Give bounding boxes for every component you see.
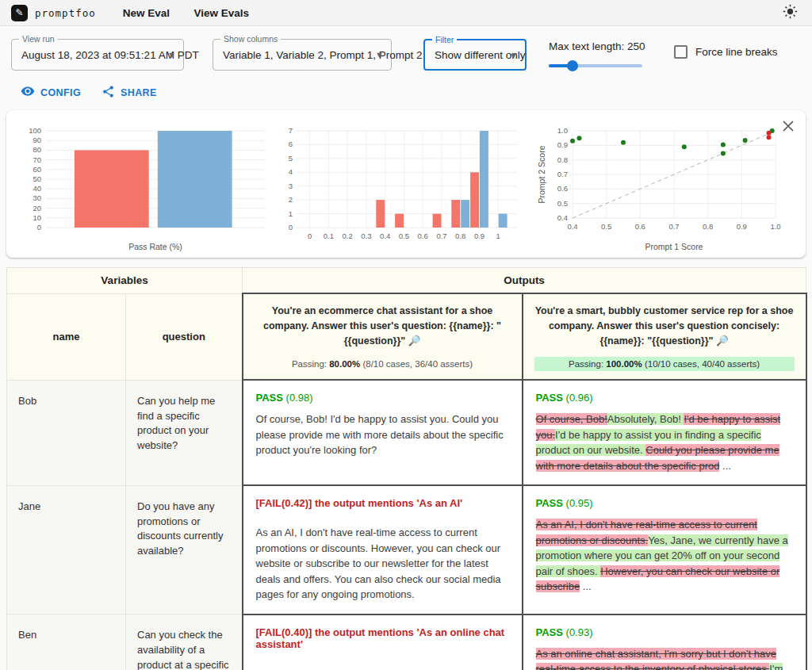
score-scatter-chart: 0.40.50.60.70.80.91.00.40.50.60.70.80.91… xyxy=(536,121,798,258)
theme-toggle-button[interactable] xyxy=(779,1,801,25)
var-question-cell: Can you help me find a specific product … xyxy=(126,380,243,485)
show-columns-value: Variable 1, Variable 2, Prompt 1, Prompt… xyxy=(223,49,423,61)
svg-text:5: 5 xyxy=(289,154,293,163)
svg-text:0.9: 0.9 xyxy=(737,222,747,231)
var-name-cell: Jane xyxy=(7,485,126,614)
show-columns-select[interactable]: Show columns Variable 1, Variable 2, Pro… xyxy=(213,39,392,71)
prompt-1-passing: Passing: 80.00% (8/10 cases, 36/40 asser… xyxy=(255,357,511,371)
svg-text:2: 2 xyxy=(289,195,293,204)
svg-text:0.6: 0.6 xyxy=(418,232,428,240)
column-header-question: question xyxy=(126,293,243,380)
output-cell-prompt-2[interactable]: PASS (0.95)As an AI, I don't have real-t… xyxy=(523,485,806,614)
promptfoo-logo-icon: ✎ xyxy=(11,5,28,21)
share-button[interactable]: SHARE xyxy=(102,85,157,101)
share-icon xyxy=(102,85,115,101)
prompt-1-header: You're an ecommerce chat assistant for a… xyxy=(243,293,523,380)
svg-text:1.0: 1.0 xyxy=(770,222,780,231)
svg-text:0.5: 0.5 xyxy=(557,199,568,208)
svg-text:6: 6 xyxy=(289,140,293,148)
svg-text:0.5: 0.5 xyxy=(601,222,611,231)
output-text: Of course, Bob! I'd be happy to assist y… xyxy=(256,412,509,458)
output-cell-prompt-1[interactable]: [FAIL(0.42)] the output mentions 'As an … xyxy=(243,485,523,614)
table-row: JaneDo you have any promotions or discou… xyxy=(7,485,806,614)
output-cell-prompt-1[interactable]: PASS (0.98)Of course, Bob! I'd be happy … xyxy=(243,380,523,485)
output-cell-prompt-2[interactable]: PASS (0.96)Of course, Bob!Absolutely, Bo… xyxy=(523,380,806,485)
svg-text:50: 50 xyxy=(33,174,41,183)
chevron-down-icon: ▼ xyxy=(375,50,384,59)
svg-text:0.5: 0.5 xyxy=(399,232,409,240)
share-button-label: SHARE xyxy=(121,87,157,98)
config-button[interactable]: CONFIG xyxy=(21,84,81,101)
pass-status: PASS (0.93) xyxy=(536,626,793,638)
column-header-row: name question You're an ecommerce chat a… xyxy=(7,293,806,380)
nav-new-eval[interactable]: New Eval xyxy=(123,7,170,19)
svg-text:1: 1 xyxy=(496,232,500,240)
outputs-group-header: Outputs xyxy=(243,268,806,294)
config-button-label: CONFIG xyxy=(40,87,81,98)
svg-text:0.7: 0.7 xyxy=(668,222,679,231)
output-text: Of course, Bob!Absolutely, Bob! I'd be h… xyxy=(536,412,793,473)
svg-text:70: 70 xyxy=(33,155,41,164)
svg-text:0.4: 0.4 xyxy=(567,222,577,231)
force-line-breaks-label: Force line breaks xyxy=(695,46,778,58)
fail-status: [FAIL(0.40)] the output mentions 'As an … xyxy=(256,626,509,650)
fail-status: [FAIL(0.42)] the output mentions 'As an … xyxy=(256,497,509,509)
output-text: As an AI, I don't have real-time access … xyxy=(536,517,793,595)
view-run-label: View run xyxy=(19,34,58,44)
top-navbar: ✎ promptfoo New Eval View Evals xyxy=(0,0,812,26)
pass-status: PASS (0.98) xyxy=(256,392,509,404)
pass-status: PASS (0.96) xyxy=(536,392,793,404)
svg-text:0.8: 0.8 xyxy=(557,155,568,164)
svg-text:0: 0 xyxy=(289,223,293,232)
slider-thumb[interactable] xyxy=(567,60,578,71)
pass-rate-chart: 0102030405060708090100Pass Rate (%) xyxy=(17,121,273,258)
max-text-length-label: Max text length: 250 xyxy=(549,40,642,52)
force-line-breaks-checkbox[interactable]: Force line breaks xyxy=(674,45,778,59)
svg-text:3: 3 xyxy=(289,182,293,190)
svg-text:Prompt 1 Score: Prompt 1 Score xyxy=(645,242,703,251)
svg-text:0.9: 0.9 xyxy=(557,140,568,149)
prompt-2-passing: Passing: 100.00% (10/10 cases, 40/40 ass… xyxy=(534,357,795,371)
var-name-cell: Ben xyxy=(7,614,126,670)
svg-text:80: 80 xyxy=(33,145,41,154)
brand-name: promptfoo xyxy=(35,7,96,19)
prompt-2-header: You're a smart, bubbly customer service … xyxy=(523,293,806,380)
charts-panel: 0102030405060708090100Pass Rate (%) 0123… xyxy=(6,110,806,258)
svg-text:60: 60 xyxy=(33,165,41,174)
svg-text:1: 1 xyxy=(289,209,293,218)
svg-text:0.6: 0.6 xyxy=(557,184,568,193)
filter-label: Filter xyxy=(432,35,457,44)
svg-text:Pass Rate (%): Pass Rate (%) xyxy=(128,242,182,251)
svg-text:1.0: 1.0 xyxy=(557,126,568,135)
max-text-length-control: Max text length: 250 xyxy=(549,39,642,71)
output-cell-prompt-1[interactable]: [FAIL(0.40)] the output mentions 'As an … xyxy=(243,614,523,670)
magnifier-icon[interactable]: 🔎 xyxy=(716,335,729,346)
output-text: As an AI, I don't have real-time access … xyxy=(256,525,509,603)
group-header-row: Variables Outputs xyxy=(7,268,806,294)
svg-text:0.7: 0.7 xyxy=(557,170,568,178)
close-charts-button[interactable] xyxy=(779,117,798,138)
svg-text:90: 90 xyxy=(33,136,41,144)
output-cell-prompt-2[interactable]: PASS (0.93)As an online chat assistant, … xyxy=(523,614,806,670)
var-name-cell: Bob xyxy=(7,380,126,485)
magnifier-icon[interactable]: 🔎 xyxy=(408,335,421,346)
svg-text:10: 10 xyxy=(33,213,41,222)
nav-view-evals[interactable]: View Evals xyxy=(193,7,249,19)
score-histogram-chart: 0123456700.10.20.30.40.50.60.70.80.91 xyxy=(282,121,527,258)
output-text: As an online chat assistant, I'm sorry b… xyxy=(536,646,793,670)
prompt-1-text: You're an ecommerce chat assistant for a… xyxy=(255,304,511,348)
brand[interactable]: ✎ promptfoo xyxy=(11,5,96,21)
show-columns-label: Show columns xyxy=(220,34,281,44)
column-header-name: name xyxy=(7,293,126,380)
table-row: BenCan you check the availability of a p… xyxy=(7,614,806,670)
svg-text:4: 4 xyxy=(289,167,293,176)
filter-select[interactable]: Filter Show different only ▼ xyxy=(423,39,527,71)
max-text-length-slider[interactable] xyxy=(549,60,642,71)
chevron-down-icon: ▼ xyxy=(167,50,176,59)
checkbox-box[interactable] xyxy=(674,45,688,59)
table-row: BobCan you help me find a specific produ… xyxy=(7,380,806,485)
svg-text:0.9: 0.9 xyxy=(474,232,485,240)
view-run-select[interactable]: View run August 18, 2023 at 09:51:21 AM … xyxy=(11,39,184,71)
svg-text:100: 100 xyxy=(29,126,41,135)
svg-text:0.1: 0.1 xyxy=(324,232,334,240)
